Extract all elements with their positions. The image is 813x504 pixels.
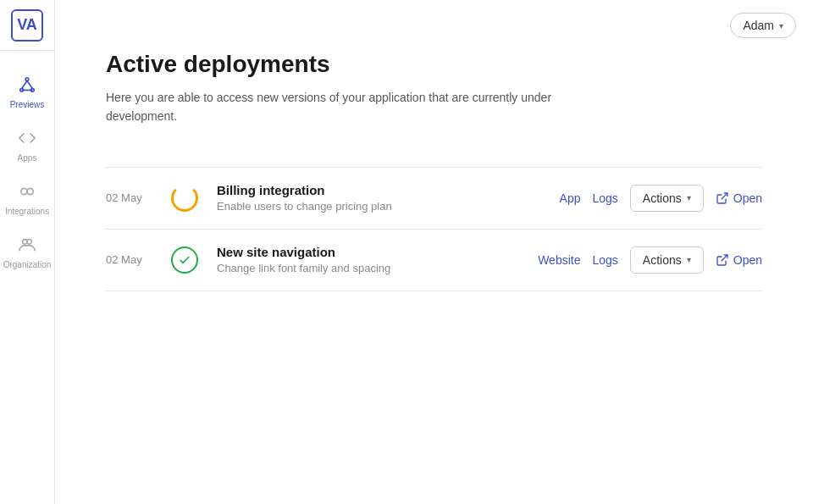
- svg-point-0: [25, 78, 29, 81]
- deploy-date: 02 May: [106, 253, 152, 266]
- deploy-desc: Enable users to change pricing plan: [217, 200, 543, 213]
- apps-icon: [15, 126, 39, 150]
- deployment-row: 02 May New site navigation Change link f…: [106, 230, 762, 291]
- deploy-actions: Website Logs Actions ▾ Open: [538, 246, 762, 274]
- svg-point-8: [23, 240, 28, 245]
- actions-button[interactable]: Actions ▾: [630, 185, 704, 212]
- sidebar: VA Previews Apps: [0, 0, 55, 504]
- svg-point-6: [21, 188, 27, 194]
- svg-line-10: [721, 193, 727, 199]
- actions-chevron-icon: ▾: [687, 193, 691, 202]
- previews-icon: [15, 73, 39, 97]
- deploy-date: 02 May: [106, 191, 152, 204]
- deploy-link-website[interactable]: Website: [538, 253, 580, 267]
- sidebar-item-integrations[interactable]: Integrations: [0, 171, 54, 224]
- main-content: Active deployments Here you are able to …: [55, 0, 813, 504]
- deploy-logs-link[interactable]: Logs: [592, 253, 617, 267]
- sidebar-item-apps[interactable]: Apps: [0, 118, 54, 171]
- header: Adam ▾: [730, 0, 813, 51]
- deploy-logs-link[interactable]: Logs: [592, 191, 617, 205]
- sidebar-item-organization[interactable]: Organization: [0, 224, 54, 278]
- sidebar-item-integrations-label: Integrations: [5, 207, 49, 216]
- deployment-list: 02 May Billing integration Enable users …: [106, 167, 762, 291]
- deploy-info: Billing integration Enable users to chan…: [217, 183, 543, 213]
- integrations-icon: [15, 180, 39, 203]
- actions-chevron-icon: ▾: [687, 255, 691, 264]
- user-menu-button[interactable]: Adam ▾: [730, 13, 796, 38]
- actions-button-label: Actions: [643, 191, 682, 205]
- deploy-name: New site navigation: [217, 245, 521, 259]
- actions-button[interactable]: Actions ▾: [630, 246, 704, 274]
- sidebar-item-previews[interactable]: Previews: [0, 64, 54, 118]
- external-link-icon: [716, 191, 729, 205]
- deploy-info: New site navigation Change link font fam…: [217, 245, 521, 274]
- status-pending-icon: [169, 183, 200, 213]
- external-link-icon: [716, 253, 729, 267]
- page-title: Active deployments: [106, 51, 762, 78]
- organization-icon: [15, 233, 39, 257]
- open-button[interactable]: Open: [716, 253, 762, 267]
- open-button[interactable]: Open: [716, 191, 762, 205]
- sidebar-item-previews-label: Previews: [10, 100, 45, 109]
- svg-line-11: [721, 255, 727, 261]
- open-button-label: Open: [733, 253, 762, 267]
- svg-line-4: [27, 80, 32, 88]
- actions-button-label: Actions: [643, 253, 682, 267]
- user-menu-chevron-icon: ▾: [779, 21, 783, 30]
- page-description: Here you are able to access new versions…: [106, 88, 614, 126]
- deploy-link-app[interactable]: App: [560, 191, 581, 205]
- deployment-row: 02 May Billing integration Enable users …: [106, 168, 762, 230]
- svg-line-3: [22, 80, 27, 88]
- svg-point-9: [27, 240, 32, 245]
- sidebar-item-apps-label: Apps: [18, 153, 37, 163]
- sidebar-logo: VA: [0, 0, 55, 51]
- sidebar-item-organization-label: Organization: [3, 260, 52, 269]
- user-name: Adam: [743, 19, 774, 32]
- open-button-label: Open: [733, 191, 762, 205]
- deploy-desc: Change link font family and spacing: [217, 262, 521, 274]
- svg-point-7: [27, 188, 33, 194]
- status-success-icon: [169, 245, 200, 275]
- deploy-name: Billing integration: [217, 183, 543, 197]
- app-logo: VA: [11, 9, 43, 42]
- deploy-actions: App Logs Actions ▾ Open: [560, 185, 762, 212]
